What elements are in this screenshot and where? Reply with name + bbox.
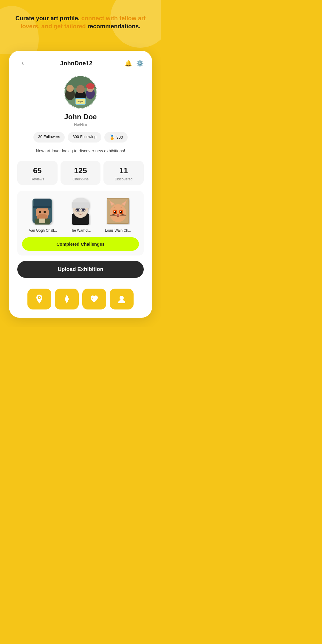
svg-point-19 bbox=[44, 211, 46, 213]
stats-boxes: 65 Reviews 125 Check-Ins 11 Discovered bbox=[17, 161, 144, 185]
svg-rect-27 bbox=[72, 202, 89, 208]
vangogh-art bbox=[30, 196, 56, 226]
location-icon bbox=[34, 294, 45, 304]
header-actions: 🔔 ⚙️ bbox=[125, 60, 144, 67]
challenge-item-wain[interactable]: Louis Wain Ch... bbox=[102, 196, 134, 233]
svg-rect-22 bbox=[39, 219, 45, 223]
warhol-label: The Warhol... bbox=[70, 228, 91, 233]
challenge-item-warhol[interactable]: The Warhol... bbox=[64, 196, 97, 233]
card-header: ‹ JohnDoe12 🔔 ⚙️ bbox=[9, 51, 152, 73]
upload-exhibition-button[interactable]: Upload Exhibition bbox=[17, 261, 144, 278]
nav-item-location[interactable] bbox=[27, 289, 51, 309]
reviews-label: Reviews bbox=[31, 177, 44, 181]
username-title: JohnDoe12 bbox=[60, 60, 92, 67]
profile-pronouns: He/Him bbox=[74, 122, 87, 127]
phone-card: ‹ JohnDoe12 🔔 ⚙️ bbox=[9, 51, 152, 318]
bell-icon[interactable]: 🔔 bbox=[125, 60, 132, 67]
profile-icon bbox=[116, 294, 127, 304]
gear-icon[interactable]: ⚙️ bbox=[136, 60, 144, 67]
discovered-count: 11 bbox=[119, 166, 128, 175]
stats-pills: 30 Followers 300 Following 🏅 300 bbox=[33, 132, 128, 143]
svg-point-43 bbox=[114, 211, 115, 212]
profile-bio: New art-lover lookig to discover new exh… bbox=[36, 148, 125, 154]
hero-text: Curate your art profile, connect with fe… bbox=[12, 14, 149, 30]
wain-art bbox=[105, 196, 131, 226]
reviews-stat: 65 Reviews bbox=[17, 161, 58, 185]
svg-point-9 bbox=[86, 83, 95, 89]
checkins-count: 125 bbox=[74, 166, 87, 175]
bottom-nav bbox=[9, 287, 152, 312]
completed-challenges-button[interactable]: Completed Challenges bbox=[22, 237, 139, 251]
checkins-stat: 125 Check-Ins bbox=[61, 161, 101, 185]
svg-point-51 bbox=[39, 297, 40, 298]
svg-point-18 bbox=[39, 211, 41, 213]
nav-item-favorites[interactable] bbox=[82, 289, 106, 309]
svg-point-45 bbox=[117, 214, 119, 216]
svg-point-28 bbox=[76, 208, 79, 211]
nav-item-discover[interactable] bbox=[55, 289, 79, 309]
challenges-grid: Van Gogh Chall... bbox=[22, 196, 139, 233]
svg-point-29 bbox=[82, 208, 85, 211]
svg-point-44 bbox=[120, 211, 121, 212]
discover-icon bbox=[61, 294, 72, 304]
svg-point-6 bbox=[76, 85, 85, 93]
svg-point-4 bbox=[66, 85, 74, 92]
profile-section: Original John Doe He/Him 30 Followers 30… bbox=[9, 73, 152, 287]
challenge-item-vangogh[interactable]: Van Gogh Chall... bbox=[27, 196, 59, 233]
coins-pill[interactable]: 🏅 300 bbox=[104, 132, 128, 143]
wain-label: Louis Wain Ch... bbox=[105, 228, 131, 233]
discovered-stat: 11 Discovered bbox=[103, 161, 144, 185]
svg-rect-17 bbox=[33, 206, 51, 208]
svg-text:Original: Original bbox=[78, 101, 84, 103]
svg-point-34 bbox=[110, 204, 126, 222]
warhol-art bbox=[67, 196, 94, 226]
reviews-count: 65 bbox=[33, 166, 42, 175]
back-button[interactable]: ‹ bbox=[17, 58, 28, 69]
following-pill[interactable]: 300 Following bbox=[68, 132, 101, 143]
avatar: Original bbox=[64, 76, 97, 109]
profile-name: John Doe bbox=[64, 113, 97, 121]
challenges-section: Van Gogh Chall... bbox=[17, 191, 144, 256]
heart-icon bbox=[89, 294, 100, 304]
coin-icon: 🏅 bbox=[109, 134, 115, 140]
checkins-label: Check-Ins bbox=[72, 177, 89, 181]
vangogh-label: Van Gogh Chall... bbox=[29, 228, 57, 233]
svg-point-52 bbox=[120, 296, 124, 300]
discovered-label: Discovered bbox=[115, 177, 133, 181]
nav-item-profile[interactable] bbox=[110, 289, 134, 309]
followers-pill[interactable]: 30 Followers bbox=[33, 132, 65, 143]
